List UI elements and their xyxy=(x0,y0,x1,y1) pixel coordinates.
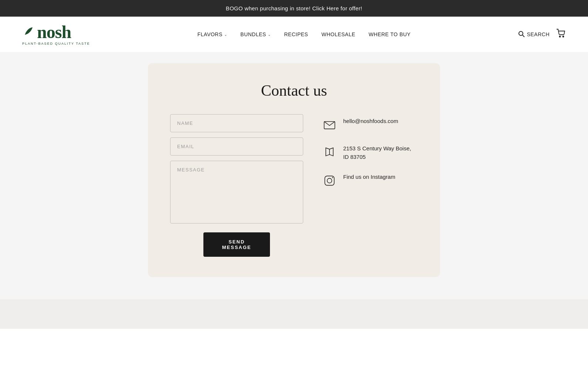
chevron-down-icon: ⌄ xyxy=(268,33,271,37)
svg-point-0 xyxy=(519,31,523,35)
instagram-value: Find us on Instagram xyxy=(343,173,395,181)
address-value: 2153 S Century Way Boise, ID 83705 xyxy=(343,144,418,161)
email-input[interactable] xyxy=(170,137,303,156)
address-info-row: 2153 S Century Way Boise, ID 83705 xyxy=(322,144,418,161)
contact-info: hello@noshfoods.com 2153 S Century Way B… xyxy=(322,114,418,188)
contact-form: SEND MESSAGE xyxy=(170,114,303,257)
contact-card: Contact us SEND MESSAGE xyxy=(148,63,440,277)
search-button[interactable]: SEARCH xyxy=(518,31,550,38)
header: nosh PLANT-BASED QUALITY TASTE FLAVORS ⌄… xyxy=(0,17,588,52)
nav-item-recipes[interactable]: RECIPES xyxy=(284,31,308,37)
logo-tagline: PLANT-BASED QUALITY TASTE xyxy=(22,42,90,45)
send-message-button[interactable]: SEND MESSAGE xyxy=(203,232,270,257)
svg-point-3 xyxy=(563,36,564,37)
envelope-icon xyxy=(322,117,337,133)
announcement-bar[interactable]: BOGO when purchasing in store! Click Her… xyxy=(0,0,588,17)
instagram-info-row[interactable]: Find us on Instagram xyxy=(322,173,418,188)
cart-button[interactable] xyxy=(556,29,566,40)
main-content: Contact us SEND MESSAGE xyxy=(0,52,588,299)
map-icon xyxy=(322,144,337,160)
logo-name: nosh xyxy=(37,23,71,41)
svg-line-1 xyxy=(523,35,524,37)
search-icon xyxy=(518,31,525,38)
announcement-text: BOGO when purchasing in store! Click Her… xyxy=(226,5,362,11)
logo-leaf-icon xyxy=(22,24,36,40)
nav-item-flavors[interactable]: FLAVORS ⌄ xyxy=(197,31,227,37)
cart-icon xyxy=(556,30,566,40)
svg-point-2 xyxy=(560,36,561,37)
main-nav: FLAVORS ⌄ BUNDLES ⌄ RECIPES WHOLESALE WH… xyxy=(197,31,411,37)
email-value: hello@noshfoods.com xyxy=(343,117,398,126)
name-input[interactable] xyxy=(170,114,303,132)
nav-item-wholesale[interactable]: WHOLESALE xyxy=(321,31,355,37)
message-input[interactable] xyxy=(170,161,303,224)
contact-body: SEND MESSAGE hello@noshfoods.com xyxy=(170,114,418,257)
nav-item-bundles[interactable]: BUNDLES ⌄ xyxy=(240,31,271,37)
nav-item-where-to-buy[interactable]: WHERE TO BUY xyxy=(369,31,411,37)
footer xyxy=(0,299,588,329)
logo-link[interactable]: nosh PLANT-BASED QUALITY TASTE xyxy=(22,23,90,45)
instagram-icon xyxy=(322,173,337,188)
svg-point-7 xyxy=(327,178,332,183)
chevron-down-icon: ⌄ xyxy=(224,33,227,37)
email-info-row: hello@noshfoods.com xyxy=(322,117,418,133)
svg-point-8 xyxy=(332,177,333,178)
header-actions: SEARCH xyxy=(518,29,566,40)
contact-title: Contact us xyxy=(170,82,418,99)
